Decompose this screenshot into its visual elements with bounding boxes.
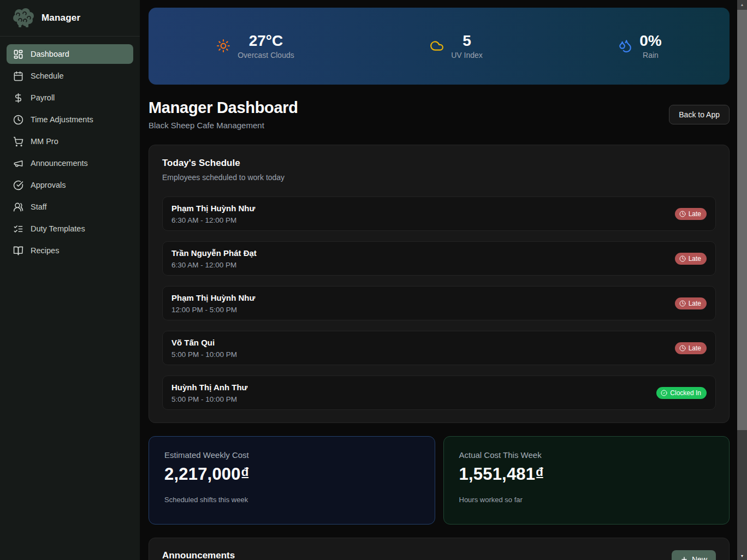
check-circle-icon [13,180,23,190]
sidebar-item-label: Recipes [31,246,59,255]
sidebar-item-label: Duty Templates [31,224,85,233]
uv-index-value: 5 [451,33,483,50]
cloud-icon [430,39,444,53]
megaphone-icon [13,158,23,169]
users-icon [13,202,23,212]
shift-employee-name: Phạm Thị Huỳnh Như [171,293,255,302]
list-checks-icon [13,224,23,234]
droplets-icon [618,39,632,53]
shift-employee-name: Phạm Thị Huỳnh Như [171,204,255,213]
shift-employee-name: Võ Tấn Qui [171,338,237,347]
shift-employee-name: Huỳnh Thị Anh Thư [171,383,247,392]
cart-icon [13,136,23,147]
weather-uv-block: 5 UV Index [430,33,483,60]
shift-time: 12:00 PM - 5:00 PM [171,306,255,314]
check-badge-icon [661,390,667,396]
shift-row: Phạm Thị Huỳnh Như12:00 PM - 5:00 PMLate [162,286,716,320]
schedule-card-title: Today's Schedule [162,158,716,169]
schedule-card-subtitle: Employees scheduled to work today [162,173,716,182]
book-icon [13,246,23,256]
scroll-down-arrow[interactable]: ▼ [737,551,747,560]
estimated-cost-value: 2,217,000₫ [164,464,419,484]
dashboard-icon [13,49,23,59]
sidebar-item-label: Announcements [31,159,88,168]
shift-info: Trần Nguyễn Phát Đạt6:30 AM - 12:00 PM [171,248,257,269]
page-title: Manager Dashboard [149,99,298,117]
page-subtitle: Black Sheep Cafe Management [149,121,298,130]
status-badge-late: Late [675,297,707,309]
sun-icon [216,39,230,53]
sidebar-item-dashboard[interactable]: Dashboard [7,44,133,64]
scrollbar[interactable]: ▲ ▼ [737,0,747,560]
sidebar-item-schedule[interactable]: Schedule [7,66,133,86]
estimated-cost-label: Estimated Weekly Cost [164,450,419,460]
clock-icon [13,115,23,125]
estimated-cost-note: Scheduled shifts this week [164,496,419,504]
clock-badge-icon [679,255,686,262]
shift-info: Huỳnh Thị Anh Thư5:00 PM - 10:00 PM [171,383,247,403]
sidebar-item-approvals[interactable]: Approvals [7,175,133,195]
clock-badge-icon [679,211,686,217]
temperature-value: 27°C [238,33,294,50]
status-badge-label: Late [689,300,701,307]
page-header: Manager Dashboard Black Sheep Cafe Manag… [149,99,730,130]
weather-condition: Overcast Clouds [238,51,294,59]
plus-icon [680,556,688,560]
status-badge-late: Late [675,253,707,265]
status-badge-late: Late [675,208,707,220]
sidebar-item-time-adjustments[interactable]: Time Adjustments [7,110,133,129]
actual-cost-note: Hours worked so far [459,496,714,504]
sidebar-item-announcements[interactable]: Announcements [7,153,133,173]
actual-cost-value: 1,551,481₫ [459,464,714,484]
sidebar: Manager DashboardSchedulePayrollTime Adj… [0,0,140,560]
sidebar-item-staff[interactable]: Staff [7,197,133,217]
announcements-title: Announcements [162,550,235,560]
sidebar-item-duty-templates[interactable]: Duty Templates [7,219,133,239]
weather-temperature-block: 27°C Overcast Clouds [216,33,294,60]
shift-time: 5:00 PM - 10:00 PM [171,395,247,403]
scroll-up-arrow[interactable]: ▲ [737,0,747,9]
shift-row: Phạm Thị Huỳnh Như6:30 AM - 12:00 PMLate [162,196,716,231]
sidebar-item-label: MM Pro [31,137,58,146]
shift-time: 6:30 AM - 12:00 PM [171,261,257,269]
cost-cards-row: Estimated Weekly Cost 2,217,000₫ Schedul… [149,436,730,525]
shift-time: 6:30 AM - 12:00 PM [171,216,255,224]
shift-employee-name: Trần Nguyễn Phát Đạt [171,248,257,258]
shift-info: Võ Tấn Qui5:00 PM - 10:00 PM [171,338,237,359]
scrollbar-thumb[interactable] [737,10,747,430]
announcements-card: Announcements New [149,538,730,560]
shift-time: 5:00 PM - 10:00 PM [171,350,237,359]
new-announcement-button[interactable]: New [672,550,716,560]
clock-badge-icon [679,345,686,352]
shift-row: Trần Nguyễn Phát Đạt6:30 AM - 12:00 PMLa… [162,241,716,276]
dollar-icon [13,93,23,103]
shift-info: Phạm Thị Huỳnh Như6:30 AM - 12:00 PM [171,204,255,224]
status-badge-label: Late [689,210,701,218]
actual-cost-card: Actual Cost This Week 1,551,481₫ Hours w… [443,436,730,525]
shift-row: Võ Tấn Qui5:00 PM - 10:00 PMLate [162,331,716,365]
sidebar-item-payroll[interactable]: Payroll [7,88,133,108]
todays-schedule-card: Today's Schedule Employees scheduled to … [149,145,730,423]
status-badge-label: Clocked In [670,389,701,397]
clock-badge-icon [679,300,686,307]
sidebar-item-mm-pro[interactable]: MM Pro [7,132,133,151]
status-badge-clocked-in: Clocked In [656,387,707,399]
status-badge-late: Late [675,342,707,354]
status-badge-label: Late [689,344,701,352]
brain-logo-icon [12,8,35,28]
sidebar-item-label: Time Adjustments [31,115,93,124]
main-content: 27°C Overcast Clouds 5 UV Index 0% Rain [140,0,737,560]
sidebar-item-label: Payroll [31,93,55,102]
app-header: Manager [0,0,140,37]
sidebar-item-label: Dashboard [31,50,69,58]
sidebar-item-label: Approvals [31,181,66,189]
app-title: Manager [42,13,80,23]
shift-info: Phạm Thị Huỳnh Như12:00 PM - 5:00 PM [171,293,255,314]
rain-value: 0% [639,33,661,50]
sidebar-item-recipes[interactable]: Recipes [7,241,133,260]
sidebar-nav: DashboardSchedulePayrollTime Adjustments… [0,37,140,270]
sidebar-item-label: Schedule [31,72,63,80]
back-to-app-button[interactable]: Back to App [669,105,730,124]
sidebar-item-label: Staff [31,202,47,211]
weather-rain-block: 0% Rain [618,33,661,60]
